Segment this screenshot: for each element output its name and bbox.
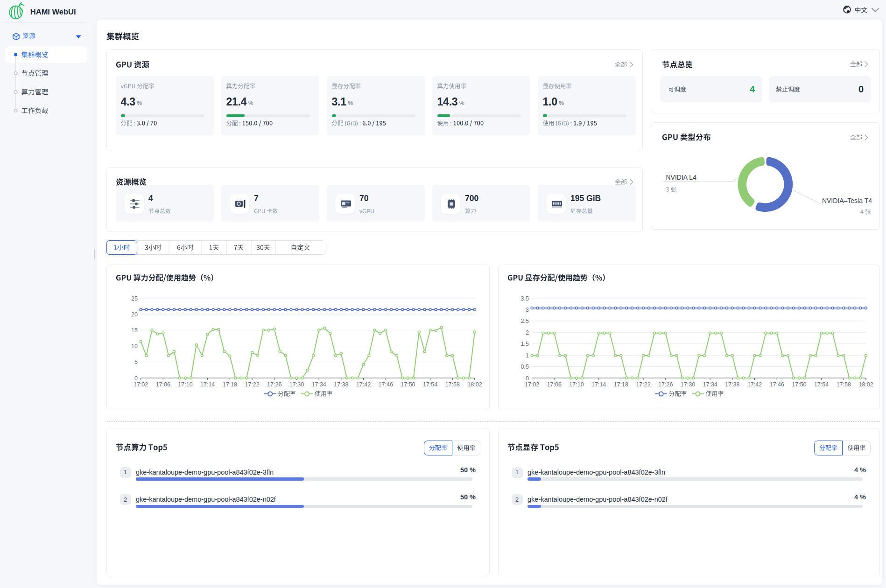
svg-text:17:34: 17:34 bbox=[312, 381, 326, 388]
svg-text:50 %: 50 % bbox=[460, 466, 476, 474]
svg-text:17:26: 17:26 bbox=[267, 381, 281, 388]
svg-text:17:38: 17:38 bbox=[334, 381, 348, 388]
svg-text:4 %: 4 % bbox=[854, 466, 866, 474]
svg-text:0: 0 bbox=[134, 375, 138, 382]
svg-text:%: % bbox=[559, 100, 564, 106]
svg-text:7: 7 bbox=[254, 194, 259, 203]
svg-text:0.5: 0.5 bbox=[521, 364, 529, 370]
svg-text:50 %: 50 % bbox=[460, 493, 476, 501]
svg-text:NVIDIA L4: NVIDIA L4 bbox=[666, 174, 697, 181]
svg-text:4.3: 4.3 bbox=[121, 96, 135, 108]
svg-text:700: 700 bbox=[465, 194, 478, 203]
svg-text:17:10: 17:10 bbox=[569, 381, 584, 388]
svg-text:1: 1 bbox=[526, 352, 529, 359]
svg-text:17:26: 17:26 bbox=[658, 381, 673, 388]
svg-text:2.5: 2.5 bbox=[521, 318, 529, 324]
svg-text:17:50: 17:50 bbox=[401, 381, 415, 388]
svg-text:0: 0 bbox=[526, 375, 529, 382]
svg-text:10: 10 bbox=[131, 343, 138, 350]
svg-text:0: 0 bbox=[858, 84, 864, 94]
svg-text:gke-kantaloupe-demo-gpu-pool-a: gke-kantaloupe-demo-gpu-pool-a843f02e-3f… bbox=[136, 469, 274, 476]
svg-text:21.4: 21.4 bbox=[226, 96, 247, 108]
svg-text:1: 1 bbox=[515, 469, 519, 476]
svg-text:17:46: 17:46 bbox=[379, 381, 393, 388]
svg-text:17:54: 17:54 bbox=[814, 381, 829, 388]
svg-text:17:06: 17:06 bbox=[547, 381, 562, 388]
svg-text:17:14: 17:14 bbox=[200, 381, 215, 388]
svg-text:17:34: 17:34 bbox=[703, 381, 717, 388]
svg-text:17:22: 17:22 bbox=[636, 381, 650, 388]
svg-text:17:46: 17:46 bbox=[770, 381, 784, 388]
svg-text:17:18: 17:18 bbox=[223, 381, 237, 388]
svg-text:3.1: 3.1 bbox=[332, 96, 347, 108]
svg-text:17:02: 17:02 bbox=[134, 381, 148, 388]
svg-text:17:42: 17:42 bbox=[747, 381, 762, 388]
svg-text:%: % bbox=[348, 100, 353, 106]
svg-text:18:02: 18:02 bbox=[467, 381, 482, 388]
svg-text:17:14: 17:14 bbox=[591, 381, 606, 388]
svg-text:%: % bbox=[137, 100, 142, 106]
svg-text:17:30: 17:30 bbox=[289, 381, 304, 388]
svg-text:17:06: 17:06 bbox=[156, 381, 170, 388]
svg-text:70: 70 bbox=[359, 194, 369, 203]
svg-text:%: % bbox=[248, 100, 253, 106]
svg-text:17:42: 17:42 bbox=[356, 381, 371, 388]
svg-text:17:30: 17:30 bbox=[681, 381, 695, 388]
svg-text:17:58: 17:58 bbox=[837, 381, 851, 388]
svg-text:17:38: 17:38 bbox=[725, 381, 739, 388]
svg-text:1: 1 bbox=[124, 469, 127, 476]
svg-text:17:18: 17:18 bbox=[614, 381, 628, 388]
svg-text:gke-kantaloupe-demo-gpu-pool-a: gke-kantaloupe-demo-gpu-pool-a843f02e-n0… bbox=[527, 496, 668, 503]
svg-text:HAMi WebUI: HAMi WebUI bbox=[30, 7, 76, 16]
svg-text:15: 15 bbox=[131, 327, 138, 334]
svg-text:4: 4 bbox=[750, 84, 755, 94]
svg-text:17:10: 17:10 bbox=[178, 381, 192, 388]
svg-text:1.0: 1.0 bbox=[543, 96, 557, 108]
svg-text:5: 5 bbox=[134, 359, 138, 365]
svg-text:%: % bbox=[459, 100, 464, 106]
svg-text:2: 2 bbox=[526, 329, 529, 336]
svg-text:17:50: 17:50 bbox=[792, 381, 806, 388]
svg-text:14.3: 14.3 bbox=[437, 96, 458, 108]
svg-text:2: 2 bbox=[515, 496, 519, 503]
svg-text:NVIDIA–Tesla T4: NVIDIA–Tesla T4 bbox=[822, 197, 872, 204]
svg-text:195 GiB: 195 GiB bbox=[570, 194, 601, 203]
svg-text:1.5: 1.5 bbox=[521, 341, 529, 347]
svg-text:3: 3 bbox=[526, 307, 529, 313]
svg-text:17:22: 17:22 bbox=[245, 381, 259, 388]
svg-text:gke-kantaloupe-demo-gpu-pool-a: gke-kantaloupe-demo-gpu-pool-a843f02e-3f… bbox=[527, 469, 665, 476]
svg-text:17:54: 17:54 bbox=[423, 381, 437, 388]
svg-text:vGPU: vGPU bbox=[359, 208, 374, 215]
svg-text:gke-kantaloupe-demo-gpu-pool-a: gke-kantaloupe-demo-gpu-pool-a843f02e-n0… bbox=[136, 496, 276, 503]
svg-text:18:02: 18:02 bbox=[858, 381, 873, 388]
svg-text:17:58: 17:58 bbox=[445, 381, 460, 388]
svg-text:25: 25 bbox=[131, 295, 138, 302]
svg-text:3.5: 3.5 bbox=[521, 295, 529, 302]
svg-text:20: 20 bbox=[131, 311, 138, 318]
svg-text:2: 2 bbox=[124, 496, 127, 503]
svg-text:17:02: 17:02 bbox=[525, 381, 539, 388]
svg-text:4: 4 bbox=[148, 194, 153, 203]
svg-text:4 %: 4 % bbox=[854, 493, 866, 501]
